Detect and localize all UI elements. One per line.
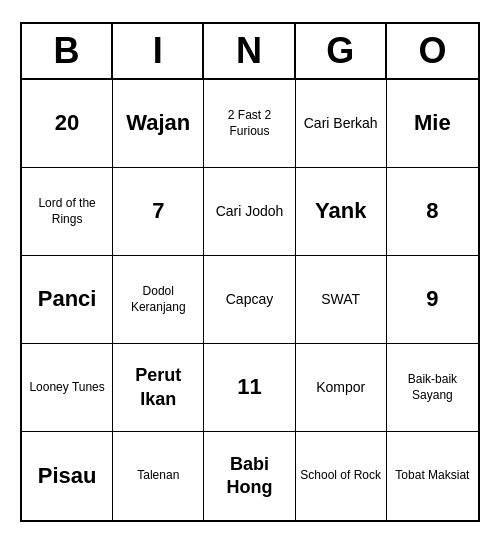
header-letter-g: G [296, 24, 387, 78]
bingo-cell-3: Cari Berkah [296, 80, 387, 168]
bingo-cell-5: Lord of the Rings [22, 168, 113, 256]
bingo-cell-14: 9 [387, 256, 478, 344]
header-letter-o: O [387, 24, 478, 78]
bingo-cell-11: Dodol Keranjang [113, 256, 204, 344]
bingo-cell-1: Wajan [113, 80, 204, 168]
bingo-cell-22: Babi Hong [204, 432, 295, 520]
bingo-card: BINGO 20Wajan2 Fast 2 FuriousCari Berkah… [20, 22, 480, 522]
bingo-cell-20: Pisau [22, 432, 113, 520]
bingo-grid: 20Wajan2 Fast 2 FuriousCari BerkahMieLor… [22, 80, 478, 520]
bingo-cell-15: Looney Tunes [22, 344, 113, 432]
header-letter-i: I [113, 24, 204, 78]
bingo-cell-4: Mie [387, 80, 478, 168]
bingo-cell-12: Capcay [204, 256, 295, 344]
header-letter-b: B [22, 24, 113, 78]
bingo-cell-0: 20 [22, 80, 113, 168]
bingo-cell-10: Panci [22, 256, 113, 344]
bingo-cell-8: Yank [296, 168, 387, 256]
bingo-cell-18: Kompor [296, 344, 387, 432]
bingo-cell-23: School of Rock [296, 432, 387, 520]
bingo-cell-17: 11 [204, 344, 295, 432]
bingo-header: BINGO [22, 24, 478, 80]
bingo-cell-21: Talenan [113, 432, 204, 520]
bingo-cell-2: 2 Fast 2 Furious [204, 80, 295, 168]
bingo-cell-7: Cari Jodoh [204, 168, 295, 256]
bingo-cell-13: SWAT [296, 256, 387, 344]
bingo-cell-16: Perut Ikan [113, 344, 204, 432]
bingo-cell-6: 7 [113, 168, 204, 256]
header-letter-n: N [204, 24, 295, 78]
bingo-cell-24: Tobat Maksiat [387, 432, 478, 520]
bingo-cell-9: 8 [387, 168, 478, 256]
bingo-cell-19: Baik-baik Sayang [387, 344, 478, 432]
